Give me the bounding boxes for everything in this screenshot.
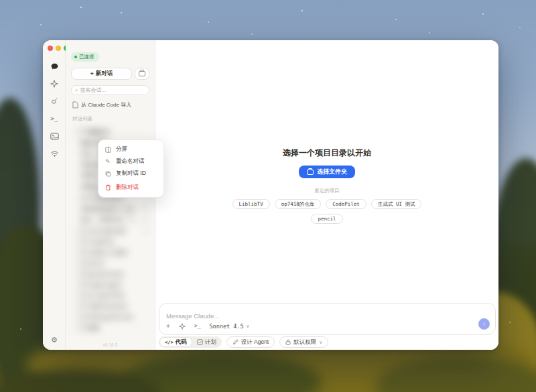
project-label: 0625-gemini-test	[88, 314, 149, 320]
search-box[interactable]: ⌕	[71, 85, 149, 95]
permissions-selector[interactable]: 默认权限 ∨	[279, 336, 328, 348]
mode-plan-button[interactable]: 计划	[192, 337, 221, 347]
desktop-wallpaper: >_ ⚙ 已连接 + 新对话	[0, 0, 536, 392]
icon-rail: >_ ⚙	[43, 40, 66, 350]
menu-item-copy-id[interactable]: 复制对话 ID	[101, 168, 161, 180]
pen-icon	[232, 339, 239, 345]
conversation-item[interactable]: 你好，帮我安装一下... 6天	[71, 215, 151, 226]
conversation-age: 6天	[142, 206, 150, 212]
project-label: op7418的仓库	[88, 227, 142, 236]
minimize-window-button[interactable]	[56, 46, 61, 51]
project-folder[interactable]: › 0625-gemini-test	[71, 312, 151, 322]
recent-projects-label: 最近的项目	[314, 188, 340, 194]
chevron-right-icon: ›	[72, 282, 77, 288]
connection-icon[interactable]	[47, 147, 62, 159]
trash-icon	[105, 184, 112, 191]
settings-gear-icon[interactable]: ⚙	[43, 336, 66, 344]
project-folder[interactable]: › 后 Agent 时代	[71, 290, 151, 301]
open-folder-button[interactable]	[135, 68, 149, 80]
attach-plus-icon[interactable]: +	[166, 322, 170, 330]
sidebar: 已连接 + 新对话 ⌕ 从 Claude Code 导入 对话列表	[66, 40, 155, 350]
recent-project-chip[interactable]: CodePilot	[326, 199, 366, 209]
split-icon	[105, 147, 112, 153]
permissions-label: 默认权限	[293, 338, 316, 346]
menu-item-rename[interactable]: ✎ 重命名对话	[101, 155, 161, 168]
design-agent-button[interactable]: 设计 Agent	[226, 336, 275, 348]
project-folder[interactable]: › 健身	[71, 322, 151, 333]
project-root-liblibtv[interactable]: ⌄ liblibTV	[71, 127, 151, 137]
folder-icon	[79, 129, 86, 135]
empty-state-title: 选择一个项目目录以开始	[283, 147, 371, 159]
chevron-right-icon: ›	[72, 250, 77, 256]
recent-project-chip[interactable]: 生成式 UI 测试	[371, 199, 422, 209]
connected-dot-icon	[74, 56, 77, 58]
conversation-item[interactable]: 帮我读取我这个 gith... 6天	[71, 204, 151, 215]
choose-folder-label: 选择文件夹	[317, 168, 347, 176]
chevron-right-icon: ›	[72, 304, 77, 310]
send-button[interactable]: ↑	[478, 318, 490, 330]
plan-icon	[197, 339, 203, 345]
import-claude-code-button[interactable]: 从 Claude Code 导入	[71, 101, 149, 109]
plus-icon: +	[90, 70, 94, 77]
message-input[interactable]	[166, 312, 424, 320]
empty-state: 选择一个项目目录以开始 选择文件夹 最近的项目 LiblibTV op7418的…	[155, 147, 498, 224]
chevron-right-icon: ›	[72, 261, 77, 267]
lock-icon	[285, 339, 291, 345]
menu-item-label: 重命名对话	[116, 157, 145, 166]
recent-project-chip[interactable]: pencil	[311, 214, 342, 224]
skills-icon[interactable]	[47, 78, 62, 90]
menu-item-split[interactable]: 分屏	[101, 143, 161, 155]
folder-icon	[79, 228, 86, 234]
chats-icon[interactable]	[47, 60, 62, 72]
recent-project-chip[interactable]: op7418的仓库	[275, 199, 322, 209]
app-window: >_ ⚙ 已连接 + 新对话	[43, 40, 498, 350]
project-folder[interactable]: › Tabbit Browser	[71, 301, 151, 312]
menu-item-label: 删除对话	[116, 184, 139, 192]
search-icon: ⌕	[75, 87, 78, 94]
menu-item-label: 复制对话 ID	[116, 170, 146, 178]
folder-icon	[139, 71, 145, 76]
chevron-down-icon: ⌄	[72, 129, 77, 135]
menu-item-delete[interactable]: 删除对话	[101, 182, 161, 194]
project-folder[interactable]: › ppt-generator	[71, 269, 151, 279]
project-label: ppt-generator	[88, 271, 149, 277]
project-label: 生成式 UI 测试	[88, 249, 149, 257]
new-chat-button[interactable]: + 新对话	[71, 68, 132, 80]
close-window-button[interactable]	[48, 46, 53, 51]
design-agent-label: 设计 Agent	[241, 338, 269, 346]
arrow-up-icon: ↑	[482, 321, 486, 328]
folder-icon	[79, 325, 86, 330]
automation-icon[interactable]	[47, 95, 62, 107]
menu-item-label: 分屏	[116, 145, 127, 153]
conversation-list-label: 对话列表	[71, 116, 149, 123]
mode-segment-group: </> 代码 计划	[159, 336, 222, 348]
mode-code-button[interactable]: </> 代码	[159, 337, 192, 347]
folder-icon	[79, 293, 86, 298]
wallpaper-snow	[80, 7, 82, 8]
project-label: pencil	[88, 260, 149, 267]
pencil-icon: ✎	[105, 158, 112, 165]
recent-project-chip[interactable]: LiblibTV	[232, 199, 270, 209]
media-icon[interactable]	[47, 130, 62, 142]
spark-icon[interactable]	[179, 323, 186, 330]
project-folder[interactable]: › CodePilot	[71, 237, 151, 247]
choose-folder-button[interactable]: 选择文件夹	[299, 166, 355, 178]
chevron-right-icon: ›	[72, 293, 77, 299]
project-folder[interactable]: › pencil	[71, 258, 151, 269]
chevron-right-icon: ›	[72, 239, 77, 245]
project-folder[interactable]: › 生成式 UI 测试	[71, 247, 151, 258]
terminal-mode-icon[interactable]: >_	[194, 323, 201, 329]
folder-icon	[79, 239, 86, 245]
folder-icon	[79, 261, 86, 266]
terminal-icon[interactable]: >_	[47, 113, 62, 125]
project-folder[interactable]: › image-agent	[71, 279, 151, 290]
project-folder[interactable]: › op7418的仓库	[71, 226, 151, 237]
chevron-down-icon: ∨	[247, 324, 249, 329]
search-input[interactable]	[80, 87, 145, 93]
model-selector[interactable]: Sonnet 4.5 ∨	[209, 323, 249, 330]
conversation-label: 你好，帮我安装一下...	[80, 216, 140, 224]
recent-projects: LiblibTV op7418的仓库 CodePilot 生成式 UI 测试 p…	[216, 199, 438, 224]
chevron-down-icon: ∨	[319, 340, 322, 345]
folder-icon	[79, 271, 86, 277]
conversation-context-menu: 分屏 ✎ 重命名对话 复制对话 ID 删除对话	[98, 139, 164, 198]
